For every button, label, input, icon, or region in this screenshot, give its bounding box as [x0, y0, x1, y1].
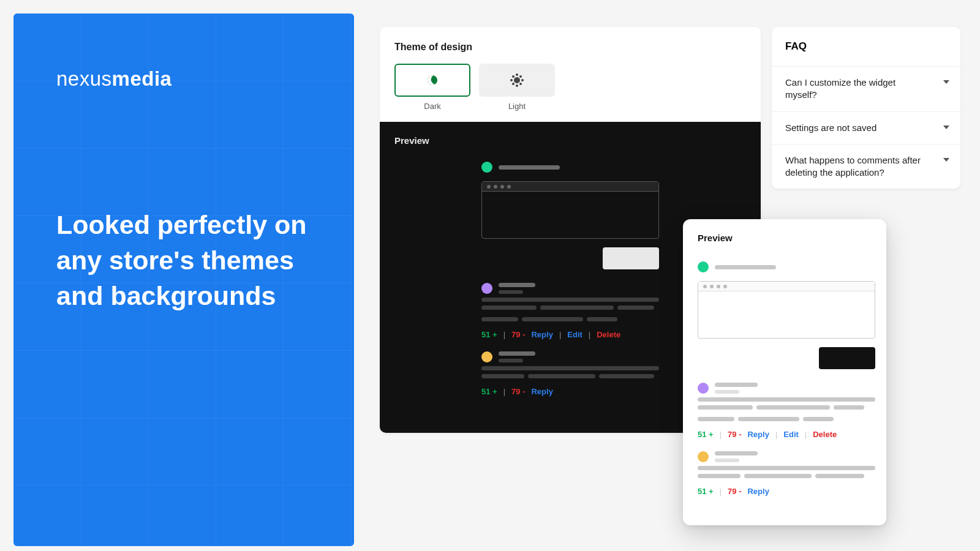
comment: 51 + | 79 - Reply [698, 451, 875, 496]
downvote[interactable]: 79 - [511, 387, 525, 396]
preview-light-floating: Preview 51 + [683, 219, 886, 525]
reply-link[interactable]: Reply [531, 330, 552, 339]
chevron-down-icon [943, 80, 949, 84]
brand-bold: media [112, 67, 172, 90]
edit-link[interactable]: Edit [783, 430, 799, 439]
send-button[interactable] [603, 247, 659, 269]
faq-question: Can I customize the widget myself? [785, 77, 926, 102]
moon-icon [426, 74, 439, 87]
banner-headline: Looked perfectly on any store's themes a… [56, 207, 311, 313]
placeholder-line [499, 165, 560, 170]
reply-link[interactable]: Reply [747, 430, 769, 439]
avatar [481, 351, 492, 362]
avatar [481, 162, 492, 173]
avatar [698, 451, 709, 462]
faq-question: Settings are not saved [785, 122, 876, 134]
placeholder-line [715, 265, 776, 269]
downvote[interactable]: 79 - [728, 487, 741, 496]
mock-editor [698, 281, 875, 339]
reply-link[interactable]: Reply [747, 487, 769, 496]
downvote[interactable]: 79 - [728, 430, 741, 439]
faq-item[interactable]: Can I customize the widget myself? [772, 66, 960, 111]
reply-link[interactable]: Reply [531, 387, 552, 396]
edit-link[interactable]: Edit [567, 330, 582, 339]
theme-option-light[interactable]: Light [479, 64, 555, 111]
theme-option-dark[interactable]: Dark [394, 64, 470, 111]
theme-light-label: Light [479, 102, 555, 111]
comment: 51 + | 79 - Reply [481, 351, 659, 396]
theme-dark-label: Dark [394, 102, 470, 111]
preview-title-dark: Preview [394, 135, 746, 146]
faq-item[interactable]: Settings are not saved [772, 111, 960, 144]
upvote[interactable]: 51 + [698, 487, 714, 496]
delete-link[interactable]: Delete [597, 330, 620, 339]
upvote[interactable]: 51 + [481, 330, 497, 339]
avatar [698, 261, 709, 272]
send-button[interactable] [819, 347, 875, 369]
chevron-down-icon [943, 158, 949, 162]
theme-options: Dark Light [394, 64, 746, 111]
faq-item[interactable]: What happens to comments after deleting … [772, 144, 960, 189]
upvote[interactable]: 51 + [481, 387, 497, 396]
downvote[interactable]: 79 - [511, 330, 525, 339]
mock-editor [481, 181, 659, 239]
promo-banner: nexusmedia Looked perfectly on any store… [13, 13, 354, 546]
faq-panel: FAQ Can I customize the widget myself? S… [772, 27, 960, 189]
avatar [481, 283, 492, 294]
chevron-down-icon [943, 126, 949, 129]
preview-title-light: Preview [698, 233, 872, 243]
brand-logo: nexusmedia [56, 67, 311, 91]
theme-title: Theme of design [394, 42, 746, 53]
comment: 51 + | 79 - Reply | Edit | Delete [698, 383, 875, 439]
upvote[interactable]: 51 + [698, 430, 714, 439]
sun-icon [514, 77, 520, 83]
comment: 51 + | 79 - Reply | Edit | Delete [481, 283, 659, 339]
delete-link[interactable]: Delete [813, 430, 837, 439]
faq-title: FAQ [772, 27, 960, 66]
faq-question: What happens to comments after deleting … [785, 154, 926, 179]
brand-light: nexus [56, 67, 112, 90]
avatar [698, 383, 709, 394]
